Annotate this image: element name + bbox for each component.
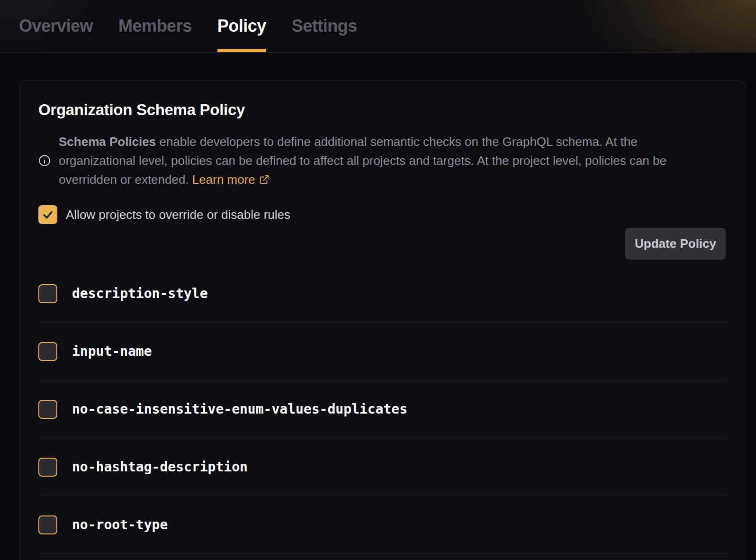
- rule-name: input-name: [72, 343, 152, 359]
- rule-row: input-name: [38, 323, 726, 380]
- rule-row: description-style: [38, 265, 726, 323]
- rule-name: no-root-type: [72, 517, 168, 533]
- page-title: Organization Schema Policy: [38, 101, 726, 119]
- rule-checkbox[interactable]: [38, 400, 57, 419]
- checkmark-icon: [42, 208, 54, 221]
- info-circle-icon: [38, 154, 51, 167]
- external-link-icon: [259, 171, 270, 181]
- rule-row: no-root-type: [38, 496, 726, 554]
- tab-overview[interactable]: Overview: [19, 0, 93, 52]
- rules-list: description-style input-name no-case-ins…: [38, 265, 726, 554]
- org-tab-bar: OverviewMembersPolicySettings: [0, 0, 756, 53]
- rule-name: description-style: [72, 286, 208, 301]
- policy-description-lead: Schema Policies: [59, 135, 156, 149]
- tab-policy[interactable]: Policy: [217, 0, 266, 52]
- update-policy-button[interactable]: Update Policy: [625, 228, 726, 260]
- tab-members[interactable]: Members: [118, 0, 192, 52]
- schema-policy-card: Organization Schema Policy Schema Polici…: [19, 81, 745, 560]
- learn-more-link[interactable]: Learn more: [192, 172, 255, 187]
- tab-settings[interactable]: Settings: [292, 0, 357, 52]
- policy-description: Schema Policies enable developers to def…: [59, 132, 712, 189]
- rule-row: no-hashtag-description: [38, 438, 726, 496]
- update-policy-row: Update Policy: [38, 228, 726, 260]
- rule-checkbox[interactable]: [38, 284, 57, 303]
- tabs-nav: OverviewMembersPolicySettings: [0, 0, 756, 52]
- rule-name: no-case-insensitive-enum-values-duplicat…: [72, 401, 407, 417]
- policy-description-row: Schema Policies enable developers to def…: [38, 132, 726, 189]
- rule-checkbox[interactable]: [38, 515, 57, 534]
- override-checkbox[interactable]: [38, 205, 57, 224]
- rule-name: no-hashtag-description: [72, 459, 248, 475]
- override-checkbox-row: Allow projects to override or disable ru…: [38, 205, 726, 224]
- rule-row: no-case-insensitive-enum-values-duplicat…: [38, 380, 726, 438]
- rule-checkbox[interactable]: [38, 342, 57, 361]
- rule-checkbox[interactable]: [38, 458, 57, 477]
- override-checkbox-label: Allow projects to override or disable ru…: [66, 208, 290, 222]
